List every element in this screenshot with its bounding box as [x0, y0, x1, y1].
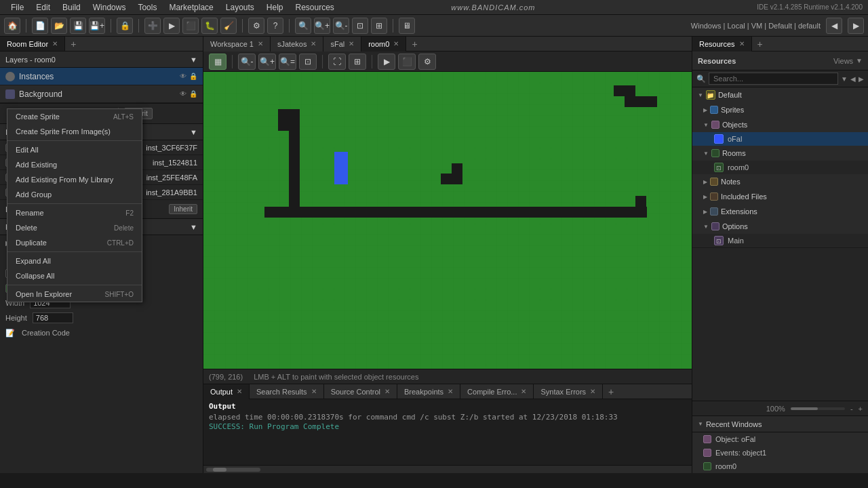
rooms-group-header[interactable]: ▼ Rooms: [692, 146, 868, 161]
canvas-play-button[interactable]: ▶: [378, 54, 395, 70]
settings-button[interactable]: ⚙: [248, 18, 264, 34]
objects-group-header[interactable]: ▼ Objects: [692, 117, 868, 132]
bottom-scroll-bar[interactable]: [203, 465, 692, 473]
breakpoints-tab-close[interactable]: ✕: [448, 388, 453, 395]
sfal-tab-close[interactable]: ✕: [349, 40, 354, 47]
add-editor-tab-button[interactable]: +: [406, 39, 422, 49]
extensions-group-header[interactable]: ▶ Extensions: [692, 204, 868, 219]
breakpoints-tab[interactable]: Breakpoints ✕: [397, 384, 460, 399]
room-editor-tab-close[interactable]: ✕: [52, 40, 58, 47]
lock-button[interactable]: 🔒: [117, 18, 133, 34]
open-button[interactable]: 📂: [51, 18, 67, 34]
canvas-zoom-in-button[interactable]: 🔍+: [258, 54, 276, 70]
debug-button[interactable]: 🐛: [201, 18, 218, 34]
sjatekos-tab-close[interactable]: ✕: [311, 40, 316, 47]
default-group-header[interactable]: ▼ 📁 Default: [692, 87, 868, 102]
compile-errors-tab-close[interactable]: ✕: [521, 388, 526, 395]
menu-help[interactable]: Help: [261, 1, 289, 14]
output-tab[interactable]: Output ✕: [203, 384, 250, 399]
home-button[interactable]: 🏠: [4, 18, 20, 34]
search-dropdown-icon[interactable]: ▼: [841, 75, 848, 83]
bg-lock-icon[interactable]: 🔒: [189, 90, 197, 98]
menu-marketplace[interactable]: Marketplace: [163, 1, 218, 14]
included-files-group-header[interactable]: ▶ Included Files: [692, 189, 868, 204]
play-button[interactable]: ▶: [163, 18, 180, 34]
add-right-tab-button[interactable]: +: [752, 39, 768, 49]
canvas-extra-button[interactable]: ⚙: [418, 54, 436, 70]
search-results-tab[interactable]: Search Results ✕: [250, 384, 324, 399]
canvas-stop-button[interactable]: ⬛: [398, 54, 416, 70]
menu-tools[interactable]: Tools: [132, 1, 162, 14]
height-input[interactable]: [33, 312, 73, 323]
notes-group-header[interactable]: ▶ Notes: [692, 174, 868, 189]
tab-sjatekos[interactable]: sJatekos ✕: [271, 37, 323, 52]
bg-eye-icon[interactable]: 👁: [180, 90, 186, 98]
sprites-group-header[interactable]: ▶ Sprites: [692, 102, 868, 117]
layer-instances[interactable]: Instances 👁 🔒: [0, 68, 203, 85]
depth-inherit-button[interactable]: Inherit: [169, 204, 197, 214]
creation-code-label[interactable]: Creation Code: [22, 329, 70, 337]
add-output-tab-button[interactable]: +: [603, 386, 619, 397]
zoom-minus-button[interactable]: -: [850, 405, 853, 413]
grid-button[interactable]: ⊞: [371, 18, 387, 34]
room0-item[interactable]: ⊡ room0: [692, 161, 868, 174]
main-options-item[interactable]: ⊡ Main: [692, 234, 868, 247]
canvas-fullscreen-button[interactable]: ⛶: [328, 54, 346, 70]
menu-resources[interactable]: Resources: [290, 1, 340, 14]
syntax-errors-tab-close[interactable]: ✕: [590, 388, 595, 395]
recent-windows-header[interactable]: ▼ Recent Windows: [692, 416, 868, 432]
properties-expand-icon[interactable]: ▼: [190, 223, 197, 231]
menu-edit[interactable]: Edit: [31, 1, 56, 14]
clean-button[interactable]: 🧹: [220, 18, 237, 34]
canvas-zoom-out-button[interactable]: 🔍-: [238, 54, 256, 70]
arrow-left-button[interactable]: ◀: [826, 18, 842, 34]
grid-view-button[interactable]: ▦: [209, 54, 226, 70]
arrow-right-button[interactable]: ▶: [848, 18, 864, 34]
canvas-zoom-reset-button[interactable]: ⊡: [299, 54, 317, 70]
tab-workspace[interactable]: Workspace 1 ✕: [203, 37, 271, 52]
recent-item-events[interactable]: Events: object1: [692, 446, 868, 460]
eye-icon[interactable]: 👁: [180, 73, 186, 80]
menu-file[interactable]: File: [5, 1, 29, 14]
zoom-in-button[interactable]: 🔍+: [314, 18, 330, 34]
search-button[interactable]: 🔍: [295, 18, 311, 34]
search-next-icon[interactable]: ▶: [859, 75, 864, 83]
search-results-tab-close[interactable]: ✕: [311, 388, 317, 395]
source-control-tab[interactable]: Source Control ✕: [324, 384, 397, 399]
expand-icon[interactable]: ▼: [856, 57, 863, 64]
zoom-slider[interactable]: [791, 407, 845, 410]
menu-layouts[interactable]: Layouts: [220, 1, 260, 14]
room-editor-tab[interactable]: Room Editor ✕: [0, 37, 65, 52]
layers-expand-icon[interactable]: ▼: [190, 56, 197, 64]
output-tab-close[interactable]: ✕: [237, 388, 242, 395]
resources-search-input[interactable]: [709, 73, 838, 85]
layer-background[interactable]: Background 👁 🔒: [0, 85, 203, 103]
help-button[interactable]: ?: [267, 18, 283, 34]
add-tab-button[interactable]: +: [65, 39, 81, 49]
search-prev-icon[interactable]: ◀: [850, 75, 856, 83]
canvas-snap-button[interactable]: ⊞: [349, 54, 366, 70]
zoom-plus-button[interactable]: +: [859, 405, 863, 413]
lock-icon[interactable]: 🔒: [189, 73, 197, 80]
save-all-button[interactable]: 💾+: [89, 18, 105, 34]
options-group-header[interactable]: ▼ Options: [692, 219, 868, 234]
zoom-reset-button[interactable]: ⊡: [352, 18, 368, 34]
resources-tab-close[interactable]: ✕: [739, 40, 745, 47]
recent-item-ofal[interactable]: Object: oFal: [692, 432, 868, 446]
monitor-button[interactable]: 🖥: [399, 18, 415, 34]
syntax-errors-tab[interactable]: Syntax Errors ✕: [534, 384, 603, 399]
add-resource-button[interactable]: ➕: [144, 18, 161, 34]
new-button[interactable]: 📄: [32, 18, 48, 34]
workspace-tab-close[interactable]: ✕: [258, 40, 263, 47]
tab-room0[interactable]: room0 ✕: [361, 37, 406, 52]
save-button[interactable]: 💾: [70, 18, 86, 34]
horizontal-scrollbar[interactable]: [206, 468, 260, 472]
tab-sfal[interactable]: sFal ✕: [323, 37, 361, 52]
canvas-area[interactable]: [203, 72, 692, 369]
menu-windows[interactable]: Windows: [87, 1, 132, 14]
instances-props-expand[interactable]: ▼: [190, 128, 197, 136]
canvas-zoom-fit-button[interactable]: 🔍=: [279, 54, 296, 70]
menu-build[interactable]: Build: [57, 1, 86, 14]
room0-tab-close[interactable]: ✕: [393, 40, 399, 47]
object-item-selected[interactable]: oFal: [692, 132, 868, 146]
